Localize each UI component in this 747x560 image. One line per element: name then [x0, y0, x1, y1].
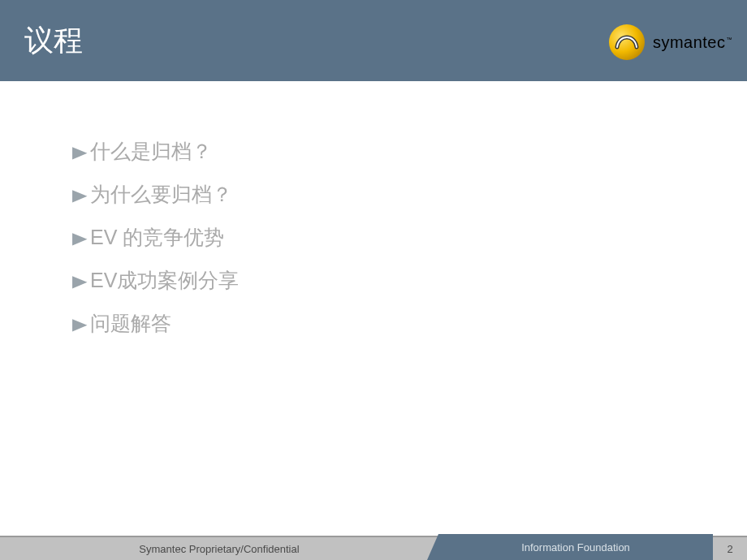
- footer-center-label: Information Foundation: [521, 541, 630, 554]
- list-item-label: 问题解答: [90, 310, 171, 337]
- brand-logo-area: symantec™: [607, 23, 732, 62]
- list-item-label: EV成功案例分享: [90, 267, 239, 294]
- bullet-arrow-icon: ▶: [72, 142, 87, 162]
- trademark-icon: ™: [727, 37, 733, 42]
- list-item-label: EV 的竞争优势: [90, 224, 224, 251]
- svg-point-0: [609, 24, 645, 60]
- list-item: ▶ 问题解答: [73, 310, 747, 337]
- brand-name: symantec™: [653, 33, 732, 52]
- footer-confidential: Symantec Proprietary/Confidential: [0, 543, 438, 555]
- list-item: ▶ 为什么要归档？: [73, 181, 747, 208]
- list-item-label: 什么是归档？: [90, 138, 212, 165]
- slide-body: ▶ 什么是归档？ ▶ 为什么要归档？ ▶ EV 的竞争优势 ▶ EV成功案例分享…: [0, 81, 747, 337]
- list-item: ▶ EV 的竞争优势: [73, 224, 747, 251]
- symantec-logo-icon: [607, 23, 646, 62]
- bullet-arrow-icon: ▶: [72, 185, 87, 205]
- list-item: ▶ 什么是归档？: [73, 138, 747, 165]
- agenda-list: ▶ 什么是归档？ ▶ 为什么要归档？ ▶ EV 的竞争优势 ▶ EV成功案例分享…: [73, 138, 747, 337]
- list-item-label: 为什么要归档？: [90, 181, 232, 208]
- slide-title: 议程: [24, 21, 83, 61]
- bullet-arrow-icon: ▶: [72, 314, 87, 334]
- page-number: 2: [713, 537, 747, 560]
- slide-header: 议程 symantec™: [0, 0, 747, 81]
- bullet-arrow-icon: ▶: [72, 271, 87, 291]
- footer-center-tab: Information Foundation: [438, 534, 713, 560]
- bullet-arrow-icon: ▶: [72, 228, 87, 248]
- list-item: ▶ EV成功案例分享: [73, 267, 747, 294]
